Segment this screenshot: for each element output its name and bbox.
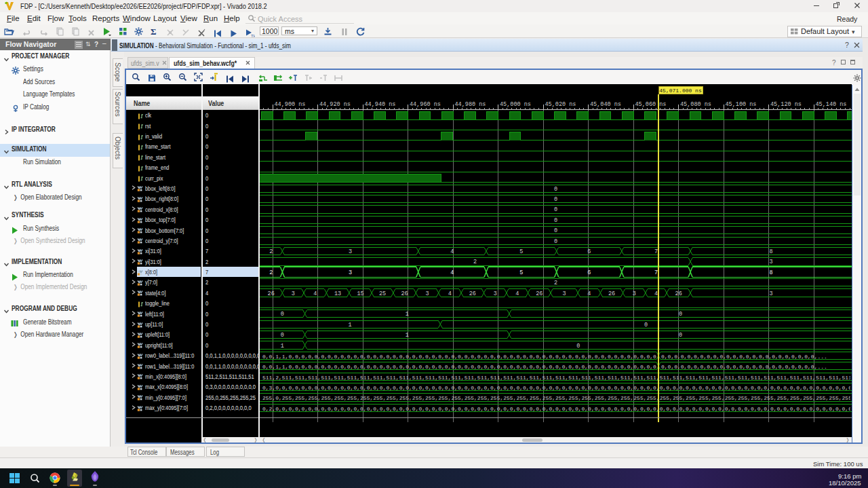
svg-text:26: 26: [536, 290, 542, 297]
svg-text:0: 0: [679, 311, 682, 318]
svg-text:45,040 ns: 45,040 ns: [590, 101, 621, 108]
svg-text:0: 0: [554, 217, 557, 224]
svg-text:3: 3: [292, 290, 295, 297]
svg-text:0: 0: [554, 186, 557, 193]
svg-text:45,100 ns: 45,100 ns: [726, 101, 757, 108]
svg-text:45,140 ns: 45,140 ns: [816, 101, 847, 108]
svg-text:4: 4: [587, 290, 591, 297]
svg-text:1: 1: [406, 332, 409, 339]
svg-text:511,2,511,511,511,511,511,511,: 511,2,511,511,511,511,511,511,511,511,51…: [262, 375, 852, 381]
svg-text:26: 26: [401, 290, 408, 297]
svg-text:0,0,1,1,0,0,0,0,0,0,0,0,0,0,0,: 0,0,1,1,0,0,0,0,0,0,0,0,0,0,0,0,0,0,0,0,…: [262, 364, 660, 370]
svg-text:0: 0: [576, 343, 580, 350]
svg-text:25: 25: [379, 290, 386, 297]
svg-text:44,960 ns: 44,960 ns: [410, 101, 441, 108]
svg-text:45,120 ns: 45,120 ns: [770, 101, 802, 108]
svg-text:44,940 ns: 44,940 ns: [365, 101, 396, 108]
svg-text:0,0,0,0,0,0,0,0,0,0,0,0,0,0,0,: 0,0,0,0,0,0,0,0,0,0,0,0,0,0,0,0,0,0,0,0,…: [661, 354, 827, 360]
svg-text:44,920 ns: 44,920 ns: [319, 101, 351, 108]
svg-text:15: 15: [357, 290, 363, 297]
svg-text:4: 4: [515, 290, 519, 297]
svg-text:26: 26: [675, 290, 682, 297]
svg-text:13: 13: [334, 290, 341, 297]
svg-text:2: 2: [269, 248, 273, 255]
svg-text:0: 0: [554, 196, 557, 203]
svg-text:5: 5: [519, 269, 523, 276]
svg-text:3: 3: [494, 290, 497, 297]
svg-text:45,071.000 ns: 45,071.000 ns: [659, 88, 702, 94]
svg-text:0,0,1,1,0,0,0,0,0,0,0,0,0,0,0,: 0,0,1,1,0,0,0,0,0,0,0,0,0,0,0,0,0,0,0,0,…: [262, 354, 660, 360]
svg-text:45,080 ns: 45,080 ns: [680, 101, 711, 108]
svg-text:4: 4: [654, 290, 658, 297]
svg-text:26: 26: [268, 290, 275, 297]
svg-text:45,020 ns: 45,020 ns: [545, 101, 576, 108]
svg-text:4: 4: [450, 248, 454, 255]
svg-text:4: 4: [313, 290, 317, 297]
svg-text:0: 0: [679, 332, 682, 339]
svg-text:1: 1: [349, 322, 352, 329]
svg-text:0: 0: [554, 227, 557, 234]
svg-text:3: 3: [563, 290, 566, 297]
svg-text:6: 6: [587, 269, 591, 276]
svg-text:0: 0: [554, 238, 557, 245]
svg-text:255,0,255,255,255,255,255,255,: 255,0,255,255,255,255,255,255,255,255,25…: [262, 395, 852, 401]
svg-text:2: 2: [269, 269, 273, 276]
svg-text:2: 2: [473, 259, 477, 265]
svg-text:26: 26: [608, 290, 615, 297]
svg-text:1: 1: [281, 343, 284, 350]
svg-text:3: 3: [633, 290, 636, 297]
svg-text:2: 2: [554, 280, 557, 286]
svg-text:5: 5: [519, 248, 523, 255]
svg-text:3: 3: [425, 290, 429, 297]
svg-text:6: 6: [587, 248, 591, 255]
svg-text:0,3,0,0,0,0,0,0,0,0,0,0,0,0,0,: 0,3,0,0,0,0,0,0,0,0,0,0,0,0,0,0,0,0,0,0,…: [262, 385, 852, 391]
svg-text:44,980 ns: 44,980 ns: [455, 101, 486, 108]
svg-text:7: 7: [654, 248, 658, 255]
svg-text:4: 4: [448, 290, 452, 297]
svg-text:3: 3: [769, 259, 772, 265]
svg-text:45,060 ns: 45,060 ns: [635, 101, 667, 108]
svg-text:0,0,0,0,0,0,0,0,0,0,0,0,0,0,0,: 0,0,0,0,0,0,0,0,0,0,0,0,0,0,0,0,0,0,0,0,…: [661, 364, 827, 370]
svg-text:0: 0: [281, 332, 284, 339]
svg-text:44,900 ns: 44,900 ns: [275, 101, 306, 108]
svg-text:45,000 ns: 45,000 ns: [500, 101, 531, 108]
svg-text:0: 0: [554, 206, 557, 213]
svg-text:7: 7: [654, 269, 658, 276]
svg-text:3: 3: [769, 290, 772, 297]
svg-text:TH: TH: [251, 34, 255, 38]
svg-text:0: 0: [644, 322, 648, 329]
svg-text:4: 4: [450, 269, 454, 276]
svg-text:8: 8: [769, 269, 772, 276]
svg-text:8: 8: [769, 248, 772, 255]
svg-text:26: 26: [469, 290, 476, 297]
svg-text:0,2,0,0,0,0,0,0,0,0,0,0,0,0,0,: 0,2,0,0,0,0,0,0,0,0,0,0,0,0,0,0,0,0,0,0,…: [262, 406, 852, 412]
svg-text:1: 1: [406, 311, 409, 318]
svg-text:3: 3: [349, 248, 352, 255]
svg-text:0: 0: [281, 311, 284, 318]
svg-text:3: 3: [349, 269, 352, 276]
